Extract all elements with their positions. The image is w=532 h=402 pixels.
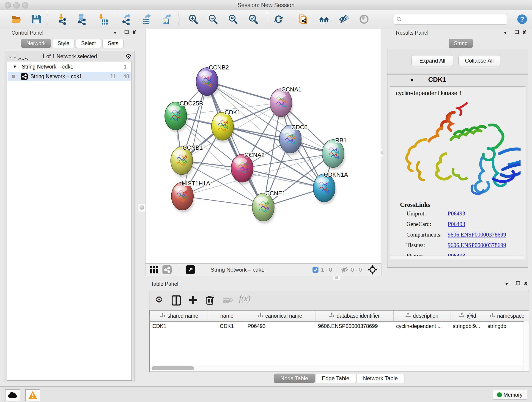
column-header-database-identifier[interactable]: database identifier [316,311,394,321]
column-header-shared-name[interactable]: shared name [150,311,209,321]
network-view-canvas[interactable]: CCNB2CCNA1CDC25BCDK1CDC6RB1CCNB1CCNA2CDK… [145,29,381,264]
toolbar-separator [114,13,114,26]
node-CDC6[interactable]: CDC6 [279,124,307,156]
node-RB1[interactable]: RB1 [322,137,347,170]
close-panel-icon[interactable]: ✘ [524,281,528,286]
node-HIST1H1A[interactable]: HIST1H1A [171,180,210,213]
tab-edge-table[interactable]: Edge Table [315,374,356,383]
network-row-selected[interactable]: String Network – cdk1 11 48 [7,72,131,81]
node-CCNA2[interactable]: CCNA2 [231,152,265,185]
maximize-panel-icon[interactable]: ❑ [515,29,519,35]
zoom-fit-icon[interactable] [227,13,239,25]
export-table-icon[interactable] [141,13,152,25]
function-builder-icon[interactable]: f(x) [239,294,250,303]
toolbar-separator [178,13,178,26]
node-label: CDK1 [225,109,240,116]
import-network-from-database-icon[interactable] [76,13,88,25]
node-CDK1[interactable]: CDK1 [211,109,241,143]
memory-button[interactable]: Memory [493,390,527,400]
show-graphics-details-icon[interactable] [358,13,370,25]
table-cell[interactable]: CDK1 [150,321,209,331]
node-CDKN1A[interactable]: CDKN1A [313,171,348,204]
column-header-name[interactable]: name [209,311,245,321]
left-splitter-handle[interactable] [138,204,146,212]
results-scrollbar[interactable] [390,256,523,259]
table-options-gear-icon[interactable]: ⚙ [155,294,163,305]
crosslink-value-link[interactable]: 9606.ENSP00000378699 [448,242,506,249]
float-panel-icon[interactable]: ▾ [505,281,508,287]
open-session-icon[interactable] [11,13,22,25]
refresh-icon[interactable] [273,13,284,25]
edge-CCNB2-HIST1H1A[interactable] [182,82,207,196]
column-header-canonical-name[interactable]: canonical name [245,311,316,321]
table-horizontal-scrollbar[interactable] [150,365,523,371]
float-panel-icon[interactable]: ▾ [114,30,116,35]
fit-selected-crosshair-icon[interactable] [368,265,377,274]
import-table-file-icon[interactable] [97,13,109,25]
hidden-eye-icon [341,266,348,273]
column-header--id[interactable]: @id [450,311,486,321]
close-panel-icon[interactable]: ✘ [132,30,136,35]
node-table[interactable]: shared namenamecanonical namedatabase id… [149,310,529,372]
tab-node-table[interactable]: Node Table [274,374,315,383]
search-input[interactable] [394,14,507,25]
crosslink-value-link[interactable]: P06493 [448,211,465,217]
network-collection-row[interactable]: ▼ String Network – cdk1 1 [7,63,131,71]
help-icon[interactable]: ? [516,13,528,25]
table-cell[interactable]: cyclin-dependent ... [393,321,450,331]
collection-expander-icon[interactable]: ▼ [13,64,17,69]
network-badge-icon[interactable] [162,265,172,274]
table-row[interactable]: CDK1CDK1P064939606.ENSP00000378699cyclin… [150,321,529,331]
node-CCNA1[interactable]: CCNA1 [270,86,302,119]
maximize-panel-icon[interactable]: ❑ [124,29,129,35]
expand-all-button[interactable]: Expand All [412,55,453,66]
tab-network-table[interactable]: Network Table [356,374,405,383]
crosslink-value-link[interactable]: P06493 [448,221,465,227]
zoom-out-icon[interactable] [207,13,219,25]
save-session-icon[interactable] [31,13,42,25]
edge-CCNA2-CDKN1A[interactable] [242,168,324,188]
zoom-in-icon[interactable] [187,13,199,25]
home-networks-icon[interactable] [318,13,330,25]
table-cell[interactable]: 9606.ENSP00000378699 [315,321,393,331]
network-from-document-icon[interactable] [298,13,309,25]
show-columns-icon[interactable] [172,295,181,306]
export-network-icon[interactable] [121,13,133,25]
maximize-panel-icon[interactable]: ❑ [516,281,520,286]
network-status-dot-icon [12,75,15,78]
warnings-button[interactable] [25,389,40,401]
delete-column-trash-icon[interactable] [206,295,214,305]
delete-table-icon[interactable] [223,297,233,304]
hide-graphics-details-icon[interactable] [338,13,349,25]
tab-select[interactable]: Select [76,39,101,48]
create-column-plus-icon[interactable] [189,295,198,305]
gene-expander-icon[interactable]: ▼ [409,77,414,83]
node-CCNB1[interactable]: CCNB1 [171,144,203,177]
crosslink-value-link[interactable]: 9606.ENSP00000378699 [448,231,506,238]
cloud-status-button[interactable] [5,389,20,401]
column-header-namespace[interactable]: namespace [485,311,529,321]
tab-style[interactable]: Style [52,39,75,48]
table-cell[interactable]: P06493 [245,321,315,331]
edge-CCNB2-CCNE1[interactable] [207,82,263,207]
close-panel-icon[interactable]: ✘ [522,30,526,35]
zoom-selected-icon[interactable] [247,13,259,25]
table-vertical-scrollbar[interactable] [524,321,529,371]
import-network-file-icon[interactable] [57,13,68,25]
collapse-all-button[interactable]: Collapse All [458,55,500,66]
tab-sets[interactable]: Sets [102,39,123,48]
edge-HIST1H1A-CCNE1[interactable] [182,196,263,207]
scrollbar-thumb[interactable] [152,366,194,370]
tab-network[interactable]: Network [21,39,51,48]
tree-options-gear-icon[interactable]: ⚙ [125,52,132,60]
table-cell[interactable]: stringdb:9... [450,321,485,331]
float-panel-icon[interactable]: ▾ [504,30,507,35]
export-image-icon[interactable] [161,13,172,25]
open-in-window-icon[interactable] [186,265,195,274]
table-cell[interactable]: stringdb [485,321,528,331]
tab-string[interactable]: String [449,39,473,48]
selected-checkbox-icon[interactable] [312,267,319,273]
column-header-description[interactable]: description [394,311,450,321]
table-cell[interactable]: CDK1 [209,321,245,331]
birds-eye-grid-icon[interactable] [150,266,158,274]
